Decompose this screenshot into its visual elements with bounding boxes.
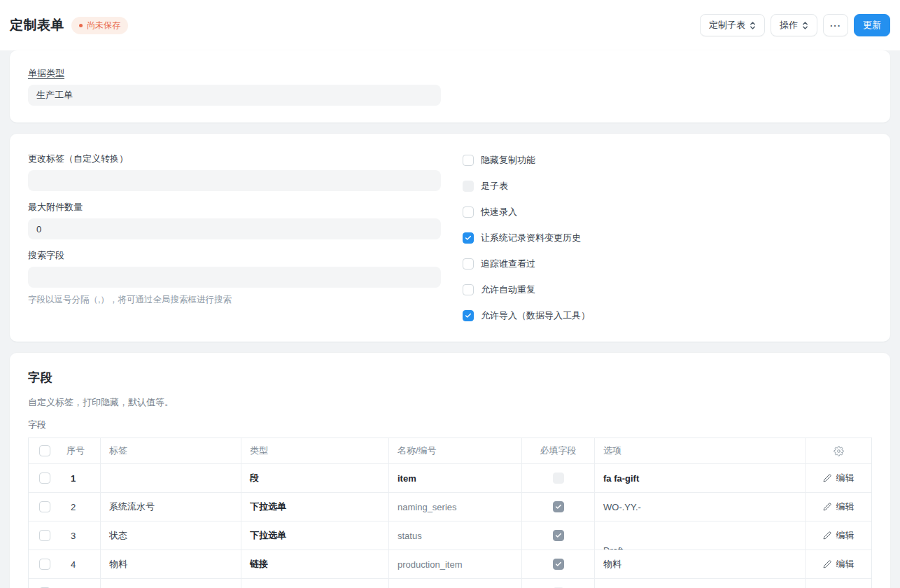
checkbox-icon[interactable] bbox=[463, 155, 474, 166]
field-label-cell: 状态 bbox=[101, 522, 241, 550]
column-header-name: 名称/编号 bbox=[389, 438, 522, 463]
edit-row-button[interactable]: 编辑 bbox=[823, 500, 855, 513]
table-row[interactable]: 4 物料 链接 production_item 物料 编辑 bbox=[29, 550, 871, 578]
table-header-row: 序号 标签 类型 名称/编号 必填字段 选项 bbox=[29, 438, 871, 463]
doctype-card: 单据类型 bbox=[10, 50, 890, 122]
checkbox-label: 是子表 bbox=[481, 180, 508, 192]
status-badge-label: 尚未保存 bbox=[87, 20, 120, 31]
checkbox-icon[interactable] bbox=[463, 181, 474, 192]
field-name-cell: naming_series bbox=[389, 493, 522, 521]
pencil-icon bbox=[823, 560, 831, 568]
field-options-cell: fa fa-gift bbox=[595, 464, 806, 492]
settings-checkbox-list: 隐藏复制功能 是子表 快速录入 让系统记录资料变更历史 追踪谁查看过 允许自动重… bbox=[463, 153, 590, 323]
customize-child-table-button[interactable]: 定制子表 bbox=[700, 14, 765, 36]
checkbox-label: 快速录入 bbox=[481, 206, 517, 218]
doctype-input[interactable] bbox=[28, 85, 441, 106]
checkbox-icon[interactable] bbox=[463, 258, 474, 270]
doctype-label: 单据类型 bbox=[28, 67, 872, 80]
unsaved-status-badge: 尚未保存 bbox=[71, 17, 128, 34]
fields-table-label: 字段 bbox=[28, 419, 872, 431]
edit-label: 编辑 bbox=[836, 472, 855, 484]
checkbox-label: 允许导入（数据导入工具） bbox=[481, 309, 590, 322]
field-options-text: Draft bbox=[603, 545, 623, 550]
field-options-cell: Draft bbox=[595, 522, 806, 550]
checkbox-label: 追踪谁查看过 bbox=[481, 258, 535, 270]
row-index: 2 bbox=[61, 493, 101, 521]
field-name-cell: item bbox=[389, 464, 522, 492]
table-row[interactable]: 3 状态 下拉选单 status Draft 编辑 bbox=[29, 521, 871, 550]
chevron-up-down-icon bbox=[750, 21, 756, 30]
fields-table: 序号 标签 类型 名称/编号 必填字段 选项 1 段 item bbox=[28, 438, 872, 588]
fields-section-subtitle: 自定义标签，打印隐藏，默认值等。 bbox=[28, 396, 872, 409]
edit-label: 编辑 bbox=[836, 500, 855, 513]
checkbox-row-allow-import[interactable]: 允许导入（数据导入工具） bbox=[463, 309, 590, 323]
checkbox-icon[interactable] bbox=[463, 310, 474, 321]
ellipsis-icon: ··· bbox=[830, 20, 841, 31]
row-checkbox[interactable] bbox=[39, 559, 50, 570]
field-options-cell: WO-.YY.- bbox=[595, 493, 806, 521]
search-fields-input[interactable] bbox=[28, 267, 441, 288]
checkbox-icon[interactable] bbox=[463, 206, 474, 218]
field-name-cell: production_item bbox=[389, 550, 522, 578]
column-header-options: 选项 bbox=[595, 438, 806, 463]
field-type-cell: 下拉选单 bbox=[241, 522, 389, 550]
required-checkbox bbox=[553, 530, 564, 541]
row-index: 4 bbox=[61, 550, 101, 578]
checkbox-label: 隐藏复制功能 bbox=[481, 154, 535, 167]
edit-row-button[interactable]: 编辑 bbox=[823, 529, 855, 542]
max-attachments-label: 最大附件数量 bbox=[28, 201, 441, 214]
column-header-label: 标签 bbox=[101, 438, 241, 463]
fields-card: 字段 自定义标签，打印隐藏，默认值等。 字段 序号 标签 类型 名称/编号 必填… bbox=[10, 353, 890, 588]
checkbox-row-is-child-table[interactable]: 是子表 bbox=[463, 179, 590, 193]
change-label-input[interactable] bbox=[28, 170, 441, 191]
field-options-cell bbox=[595, 579, 806, 588]
checkbox-row-track-views[interactable]: 追踪谁查看过 bbox=[463, 257, 590, 271]
row-checkbox[interactable] bbox=[39, 501, 50, 512]
checkbox-label: 允许自动重复 bbox=[481, 284, 535, 296]
select-all-checkbox[interactable] bbox=[39, 445, 50, 456]
required-checkbox bbox=[553, 472, 564, 484]
settings-card: 更改标签（自定义转换） 最大附件数量 搜索字段 字段以逗号分隔（,），将可通过全… bbox=[10, 134, 890, 342]
field-type-cell: 数据 bbox=[241, 579, 389, 588]
gear-icon[interactable] bbox=[834, 446, 844, 456]
field-name-cell: item_name bbox=[389, 579, 522, 588]
table-row[interactable]: 1 段 item fa fa-gift 编辑 bbox=[29, 463, 871, 492]
edit-row-button[interactable]: 编辑 bbox=[823, 558, 855, 570]
more-menu-button[interactable]: ··· bbox=[823, 14, 848, 36]
pencil-icon bbox=[823, 474, 831, 482]
status-dot-icon bbox=[79, 24, 83, 27]
edit-row-button[interactable]: 编辑 bbox=[823, 472, 855, 484]
change-label-label: 更改标签（自定义转换） bbox=[28, 153, 441, 165]
chevron-up-down-icon bbox=[802, 21, 808, 30]
field-options-cell: 物料 bbox=[595, 550, 806, 578]
search-fields-help: 字段以逗号分隔（,），将可通过全局搜索框进行搜索 bbox=[28, 294, 441, 306]
column-header-no: 序号 bbox=[61, 438, 101, 463]
row-index: 3 bbox=[61, 522, 101, 550]
checkbox-row-hide-copy[interactable]: 隐藏复制功能 bbox=[463, 153, 590, 167]
checkbox-row-track-changes[interactable]: 让系统记录资料变更历史 bbox=[463, 231, 590, 245]
table-row[interactable]: 2 系统流水号 下拉选单 naming_series WO-.YY.- 编辑 bbox=[29, 492, 871, 521]
page-head: 定制表单 尚未保存 定制子表 操作 ··· 更新 bbox=[0, 0, 900, 50]
edit-label: 编辑 bbox=[836, 529, 855, 542]
field-type-cell: 段 bbox=[241, 464, 389, 492]
field-name-cell: status bbox=[389, 522, 522, 550]
select-all-cell bbox=[29, 438, 61, 463]
column-header-required: 必填字段 bbox=[522, 438, 595, 463]
field-label-cell: 物料名称 bbox=[101, 579, 241, 588]
row-checkbox[interactable] bbox=[39, 530, 50, 541]
row-index: 1 bbox=[61, 464, 101, 492]
row-index: 5 bbox=[61, 579, 101, 588]
table-row[interactable]: 5 物料名称 数据 item_name 编辑 bbox=[29, 578, 871, 588]
field-type-cell: 下拉选单 bbox=[241, 493, 389, 521]
checkbox-row-quick-entry[interactable]: 快速录入 bbox=[463, 205, 590, 219]
checkbox-icon[interactable] bbox=[463, 284, 474, 295]
pencil-icon bbox=[823, 503, 831, 511]
edit-label: 编辑 bbox=[836, 558, 855, 570]
row-checkbox[interactable] bbox=[39, 472, 50, 484]
checkbox-row-allow-auto-repeat[interactable]: 允许自动重复 bbox=[463, 283, 590, 297]
actions-button[interactable]: 操作 bbox=[771, 14, 817, 36]
update-button[interactable]: 更新 bbox=[854, 14, 890, 36]
fields-section-title: 字段 bbox=[28, 370, 872, 386]
max-attachments-input[interactable] bbox=[28, 218, 441, 239]
checkbox-icon[interactable] bbox=[463, 232, 474, 244]
